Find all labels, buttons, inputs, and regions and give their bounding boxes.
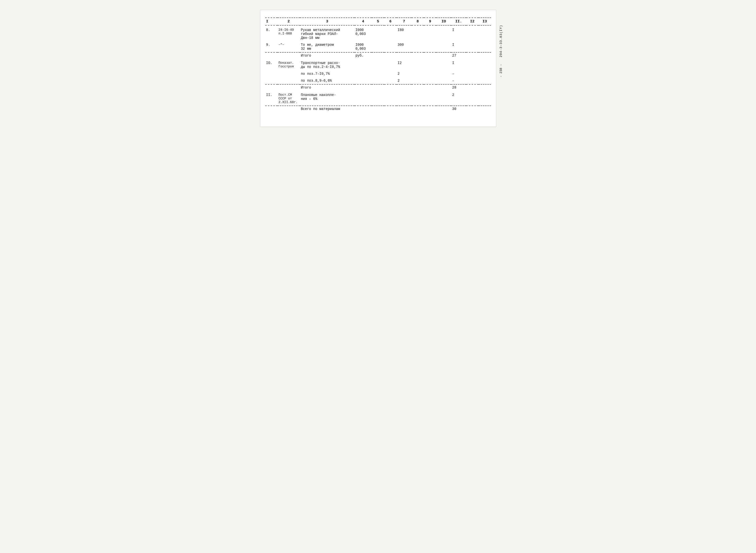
rowII-col5 [372, 90, 384, 106]
rowIO-sub1-col3: по поз.7–I0,7% [300, 70, 355, 77]
rowIO-col8 [411, 59, 424, 70]
header-col2: 2 [278, 18, 300, 25]
row8-col1: 8. [265, 25, 278, 41]
row8-col5 [372, 25, 384, 41]
row8-col2: 24-I6-49 п.I-088 [278, 25, 300, 41]
row9-col7: 300 [396, 41, 411, 53]
itogo2-col2 [278, 84, 300, 90]
header-col5: 5 [372, 18, 384, 25]
rowIO-sub1-col6 [384, 70, 396, 77]
rowIO-col7: I2 [396, 59, 411, 70]
itogo2-col6 [384, 84, 396, 90]
rowIO-col12 [466, 59, 478, 70]
rowIO-sub1-col2 [278, 70, 300, 77]
itogo2-col13 [478, 84, 491, 90]
vsego-col12 [466, 106, 478, 112]
rowIO-sub2-col4 [355, 77, 372, 84]
header-col6: 6 [384, 18, 396, 25]
rowIO-sub1-col1 [265, 70, 278, 77]
itogo1-col10 [436, 53, 451, 59]
itogo2-col8 [411, 84, 424, 90]
rowIO-col9 [424, 59, 436, 70]
vsego-col3: Всего по материалам [300, 106, 355, 112]
rowIO-col11: I [451, 59, 466, 70]
rowIO-col10 [436, 59, 451, 70]
rowIO-sub1-col12 [466, 70, 478, 77]
side-label-top: 294-3-33.83(IY) [499, 25, 503, 57]
rowIO-sub2-col12 [466, 77, 478, 84]
rowIO-sub2-col2 [278, 77, 300, 84]
rowIO-sub1-col10 [436, 70, 451, 77]
itogo1-col8 [411, 53, 424, 59]
rowII-col4 [355, 90, 372, 106]
row9-col6 [384, 41, 396, 53]
rowII-col12 [466, 90, 478, 106]
rowIO-sub2-col8 [411, 77, 424, 84]
vsego-col6 [384, 106, 396, 112]
rowIO-sub2-col11: – [451, 77, 466, 84]
rowII-col8 [411, 90, 424, 106]
row9-col4: I000 0,003 [355, 41, 372, 53]
rowIO-col5 [372, 59, 384, 70]
rowII-col10 [436, 90, 451, 106]
vsego-col2 [278, 106, 300, 112]
itogo2-col1 [265, 84, 278, 90]
rowIO-sub2-col5 [372, 77, 384, 84]
header-col11: II. [451, 18, 466, 25]
rowIO-sub2-col7: 2 [396, 77, 411, 84]
row8-col10 [436, 25, 451, 41]
row8-col13 [478, 25, 491, 41]
row8-col11: I [451, 25, 466, 41]
rowIO-col2: Показат. Госстроя [278, 59, 300, 70]
header-col10: IO [436, 18, 451, 25]
header-row: I 2 3 4 5 6 7 8 9 IO II. I2 I3 [265, 18, 491, 25]
rowIO-sub1-col7: 2 [396, 70, 411, 77]
rowII-col9 [424, 90, 436, 106]
rowIO-col6 [384, 59, 396, 70]
row9-col5 [372, 41, 384, 53]
itogo2-col12 [466, 84, 478, 90]
vsego-col11: 30 [451, 106, 466, 112]
header-col7: 7 [396, 18, 411, 25]
itogo1-col4: руб. [355, 53, 372, 59]
header-col3: 3 [300, 18, 355, 25]
rowIO-sub2-col1 [265, 77, 278, 84]
vsego-col8 [411, 106, 424, 112]
table-row: IO. Показат. Госстроя Транспортные расхо… [265, 59, 491, 70]
vsego-col13 [478, 106, 491, 112]
header-col12: I2 [466, 18, 478, 25]
itogo1-col2 [278, 53, 300, 59]
rowIO-sub2-col13 [478, 77, 491, 84]
rowIO-sub2-col3: по поз.8,9–6,6% [300, 77, 355, 84]
row9-col9 [424, 41, 436, 53]
rowII-col1: II. [265, 90, 278, 106]
page-container: 294-3-33.83(IY) - 238 - I 2 3 4 5 [260, 10, 496, 127]
row9-col3: То же, диаметром 32 мм [300, 41, 355, 53]
rowII-col2: Пост.СМ СССР от 2.XII.68г. [278, 90, 300, 106]
itogo2-col4 [355, 84, 372, 90]
itogo1-col5 [372, 53, 384, 59]
table-row: II. Пост.СМ СССР от 2.XII.68г. Плановые … [265, 90, 491, 106]
vsego-col10 [436, 106, 451, 112]
rowII-col3: Плановые накопле- ния – 6% [300, 90, 355, 106]
header-col1: I [265, 18, 278, 25]
row9-col11: I [451, 41, 466, 53]
rowII-col7 [396, 90, 411, 106]
itogo2-col11: 28 [451, 84, 466, 90]
table-row: 9. –"– То же, диаметром 32 мм I000 0,003… [265, 41, 491, 53]
vsego-col1 [265, 106, 278, 112]
row9-col2: –"– [278, 41, 300, 53]
rowII-col13 [478, 90, 491, 106]
header-col8: 8 [411, 18, 424, 25]
row9-col8 [411, 41, 424, 53]
rowIO-col3: Транспортные расхо- ды по поз.2-4-I0,7% [300, 59, 355, 70]
itogo1-col1 [265, 53, 278, 59]
rowIO-sub1-col11: – [451, 70, 466, 77]
itogo1-col12 [466, 53, 478, 59]
rowIO-sub2-col10 [436, 77, 451, 84]
itogo1-col6 [384, 53, 396, 59]
table-row-itogo1: Итого руб. 27 [265, 53, 491, 59]
rowIO-sub2-col9 [424, 77, 436, 84]
row8-col7: I80 [396, 25, 411, 41]
itogo2-col9 [424, 84, 436, 90]
